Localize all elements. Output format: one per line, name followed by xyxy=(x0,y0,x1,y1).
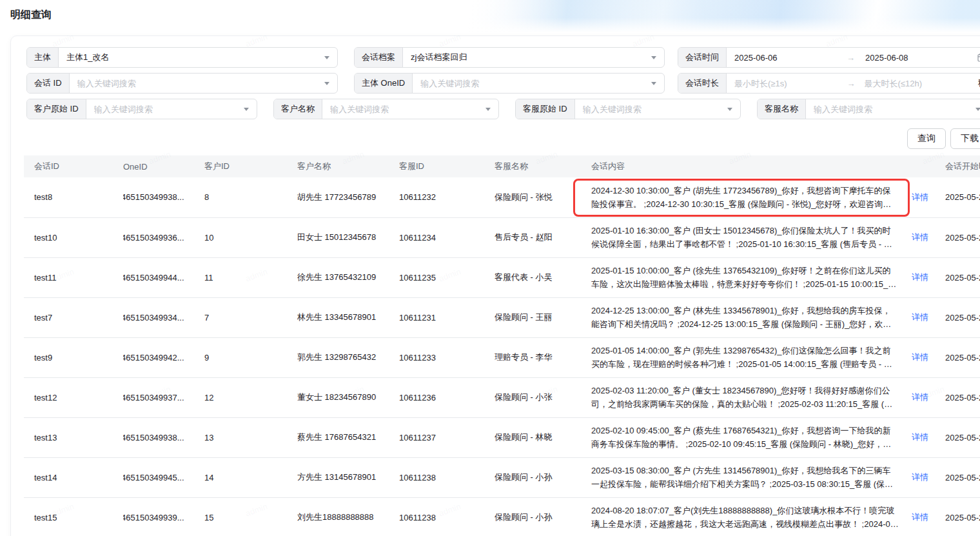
filter-subject-value: 主体1_改名 xyxy=(59,48,322,67)
chevron-down-icon xyxy=(324,56,329,59)
cell-customer-id: 12 xyxy=(201,377,288,417)
download-button[interactable]: 下载 xyxy=(950,128,980,149)
content-text: 2025-01-10 16:30:00_客户 (田女士 15012345678)… xyxy=(591,224,899,251)
cell-oneid: 465150349942... xyxy=(123,337,201,377)
cell-agent-name: 保险顾问 - 小张 xyxy=(487,377,584,417)
cell-content: 2024-12-30 10:30:00_客户 (胡先生 17723456789)… xyxy=(584,177,906,217)
col-header-agent-name: 客服名称 xyxy=(487,155,584,177)
table-row: test9 465150349942... 9 郭先生 13298765432 … xyxy=(24,337,980,377)
oneid-text: 465150349938... xyxy=(123,192,184,202)
filter-duration[interactable]: 会话时长 秒 xyxy=(678,73,980,94)
detail-link[interactable]: 详情 xyxy=(912,352,928,362)
filter-customer-origin-id[interactable]: 客户原始 ID xyxy=(26,99,257,119)
duration-max-input[interactable] xyxy=(857,74,976,93)
cell-detail: 详情 xyxy=(906,177,937,217)
customer-origin-id-input[interactable] xyxy=(86,99,241,119)
cell-content: 2025-02-03 11:20:00_客户 (董女士 18234567890)… xyxy=(584,377,906,417)
cell-customer-id: 7 xyxy=(201,297,288,337)
cell-start-time: 2025-05-2 xyxy=(937,257,980,297)
detail-link[interactable]: 详情 xyxy=(912,472,928,482)
cell-content: 2025-03-15 08:30:00_客户 (方先生 13145678901)… xyxy=(584,457,906,497)
cell-agent-id: 10611238 xyxy=(391,457,487,497)
content-text: 2025-02-10 09:45:00_客户 (蔡先生 17687654321)… xyxy=(591,424,899,451)
detail-link[interactable]: 详情 xyxy=(912,312,928,322)
filter-session-id[interactable]: 会话 ID xyxy=(26,73,338,94)
cell-content: 2025-02-10 09:45:00_客户 (蔡先生 17687654321)… xyxy=(584,417,906,457)
subject-oneid-input[interactable] xyxy=(413,74,649,93)
cell-content: 2025-01-10 16:30:00_客户 (田女士 15012345678)… xyxy=(584,217,906,257)
cell-customer-name: 林先生 13345678901 xyxy=(288,297,391,337)
chevron-down-icon xyxy=(651,82,656,85)
cell-customer-name: 董女士 18234567890 xyxy=(288,377,391,417)
cell-detail: 详情 xyxy=(906,457,937,497)
col-header-session-id: 会话ID xyxy=(24,155,123,177)
content-text: 2024-12-25 13:00:00_客户 (林先生 13345678901)… xyxy=(591,304,899,331)
filter-customer-name[interactable]: 客户名称 xyxy=(273,99,499,119)
cell-agent-id: 10611235 xyxy=(391,257,487,297)
cell-customer-id: 14 xyxy=(201,457,288,497)
chevron-down-icon xyxy=(244,108,249,111)
session-id-input[interactable] xyxy=(70,74,322,93)
oneid-text: 465150349944... xyxy=(123,273,184,283)
filter-subject-oneid[interactable]: 主体 OneID xyxy=(354,73,665,94)
cell-detail: 详情 xyxy=(906,417,937,457)
cell-session-id: test9 xyxy=(24,337,123,377)
content-text: 2025-01-15 10:00:00_客户 (徐先生 13765432109)… xyxy=(591,264,899,291)
cell-oneid: 465150349937... xyxy=(123,377,201,417)
chevron-down-icon xyxy=(727,108,732,111)
filter-customer-origin-id-label: 客户原始 ID xyxy=(27,99,86,119)
table-row: test11 465150349944... 11 徐先生 1376543210… xyxy=(24,257,980,297)
col-header-oneid: OneID xyxy=(123,155,201,177)
cell-start-time: 2025-05-2 xyxy=(937,417,980,457)
filter-archive[interactable]: 会话档案 zj会话档案回归 xyxy=(354,47,665,68)
col-header-customer-name: 客户名称 xyxy=(288,155,391,177)
cell-agent-name: 保险顾问 - 小孙 xyxy=(487,457,584,497)
agent-origin-id-input[interactable] xyxy=(575,99,725,119)
session-time-end[interactable]: 2025-06-08 xyxy=(858,48,975,67)
session-time-start[interactable]: 2025-06-06 xyxy=(727,48,844,67)
detail-link[interactable]: 详情 xyxy=(912,512,928,522)
result-table: 会话ID OneID 客户ID 客户名称 客服ID 客服名称 会话内容 会话开始… xyxy=(24,155,980,536)
arrow-right-icon xyxy=(844,53,858,63)
detail-link[interactable]: 详情 xyxy=(912,432,928,442)
agent-name-input[interactable] xyxy=(806,99,973,119)
detail-link[interactable]: 详情 xyxy=(912,192,928,202)
duration-min-input[interactable] xyxy=(727,74,846,93)
cell-agent-id: 10611231 xyxy=(391,297,487,337)
table-row: test15 465150349939... 15 刘先生18888888888… xyxy=(24,497,980,536)
cell-oneid: 465150349939... xyxy=(123,497,201,536)
cell-agent-id: 10611234 xyxy=(391,217,487,257)
customer-name-input[interactable] xyxy=(322,99,483,119)
cell-content: 2024-12-25 13:00:00_客户 (林先生 13345678901)… xyxy=(584,297,906,337)
cell-detail: 详情 xyxy=(906,337,937,377)
cell-oneid: 465150349938... xyxy=(123,177,201,217)
filter-session-id-label: 会话 ID xyxy=(27,74,70,93)
page: 明细查询 主体 主体1_改名 会话档案 zj会话档案回归 会话时间 2025-0… xyxy=(0,0,980,536)
filter-session-time[interactable]: 会话时间 2025-06-06 2025-06-08 xyxy=(678,47,980,68)
chevron-down-icon xyxy=(485,108,491,111)
cell-content: 2025-01-05 14:00:00_客户 (郭先生 13298765432)… xyxy=(584,337,906,377)
filter-agent-name-label: 客服名称 xyxy=(758,99,806,119)
calendar-icon xyxy=(977,53,980,62)
filter-agent-name[interactable]: 客服名称 xyxy=(757,99,980,119)
query-button[interactable]: 查询 xyxy=(907,128,946,149)
cell-session-id: test15 xyxy=(24,497,123,536)
cell-customer-name: 刘先生18888888888 xyxy=(288,497,391,536)
detail-link[interactable]: 详情 xyxy=(912,232,928,242)
cell-customer-name: 蔡先生 17687654321 xyxy=(288,417,391,457)
cell-session-id: test14 xyxy=(24,457,123,497)
cell-start-time: 2025-05-2 xyxy=(937,297,980,337)
filter-customer-name-label: 客户名称 xyxy=(274,99,322,119)
filter-agent-origin-id[interactable]: 客服原始 ID xyxy=(515,99,741,119)
chevron-down-icon xyxy=(324,82,329,85)
detail-link[interactable]: 详情 xyxy=(912,272,928,282)
cell-agent-name: 客服代表 - 小吴 xyxy=(487,257,584,297)
cell-oneid: 465150349944... xyxy=(123,257,201,297)
filter-subject[interactable]: 主体 主体1_改名 xyxy=(26,47,338,68)
table-row: test13 465150349938... 13 蔡先生 1768765432… xyxy=(24,417,980,457)
detail-link[interactable]: 详情 xyxy=(912,392,928,402)
cell-content: 2024-08-20 18:07:07_客户(刘先生18888888888)_你… xyxy=(584,497,906,536)
table-row: test10 465150349936... 10 田女士 1501234567… xyxy=(24,217,980,257)
col-header-customer-id: 客户ID xyxy=(201,155,288,177)
cell-start-time: 2025-05-2 xyxy=(937,457,980,497)
